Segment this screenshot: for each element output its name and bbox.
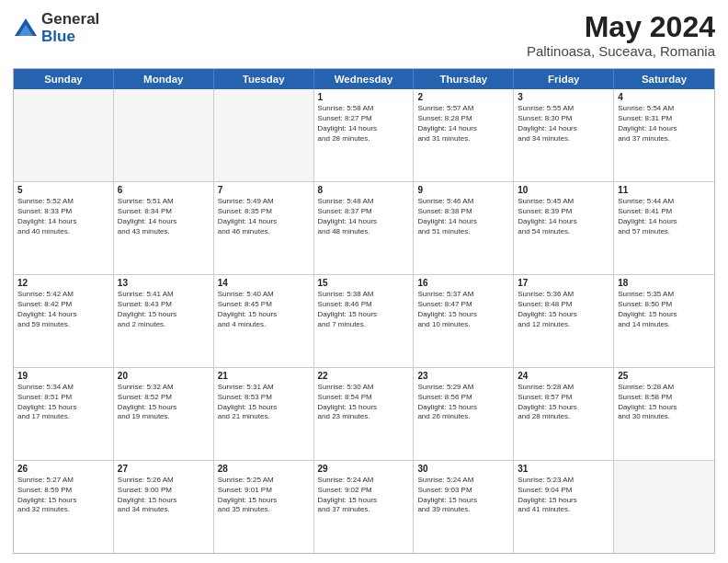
day-info: Sunrise: 5:48 AM Sunset: 8:37 PM Dayligh… [318,197,410,236]
day-number: 31 [518,464,609,474]
day-number: 30 [417,464,509,474]
calendar: SundayMondayTuesdayWednesdayThursdayFrid… [13,68,715,554]
calendar-cell: 3Sunrise: 5:55 AM Sunset: 8:30 PM Daylig… [514,89,614,181]
weekday-header: Monday [114,69,214,89]
day-number: 26 [17,464,109,474]
day-info: Sunrise: 5:36 AM Sunset: 8:48 PM Dayligh… [518,290,609,329]
day-info: Sunrise: 5:29 AM Sunset: 8:56 PM Dayligh… [417,383,509,422]
day-info: Sunrise: 5:55 AM Sunset: 8:30 PM Dayligh… [518,104,609,144]
day-info: Sunrise: 5:23 AM Sunset: 9:04 PM Dayligh… [518,476,609,515]
page: General Blue May 2024 Paltinoasa, Suceav… [0,0,728,563]
day-info: Sunrise: 5:30 AM Sunset: 8:54 PM Dayligh… [318,383,410,422]
day-info: Sunrise: 5:42 AM Sunset: 8:42 PM Dayligh… [17,290,109,329]
header: General Blue May 2024 Paltinoasa, Suceav… [13,11,715,59]
calendar-cell: 22Sunrise: 5:30 AM Sunset: 8:54 PM Dayli… [314,368,415,460]
day-info: Sunrise: 5:34 AM Sunset: 8:51 PM Dayligh… [17,383,109,422]
calendar-cell: 30Sunrise: 5:24 AM Sunset: 9:03 PM Dayli… [414,461,514,553]
day-info: Sunrise: 5:52 AM Sunset: 8:33 PM Dayligh… [17,197,109,236]
main-title: May 2024 [527,11,715,43]
day-number: 27 [118,464,210,474]
calendar-cell: 13Sunrise: 5:41 AM Sunset: 8:43 PM Dayli… [114,275,214,367]
calendar-cell: 9Sunrise: 5:46 AM Sunset: 8:38 PM Daylig… [414,182,514,274]
calendar-body: 1Sunrise: 5:58 AM Sunset: 8:27 PM Daylig… [14,89,714,553]
day-info: Sunrise: 5:58 AM Sunset: 8:27 PM Dayligh… [318,104,410,144]
day-info: Sunrise: 5:38 AM Sunset: 8:46 PM Dayligh… [318,290,410,329]
day-number: 2 [417,92,509,102]
calendar-cell: 8Sunrise: 5:48 AM Sunset: 8:37 PM Daylig… [314,182,415,274]
calendar-cell: 25Sunrise: 5:28 AM Sunset: 8:58 PM Dayli… [614,368,714,460]
calendar-cell: 4Sunrise: 5:54 AM Sunset: 8:31 PM Daylig… [614,89,714,181]
calendar-cell: 23Sunrise: 5:29 AM Sunset: 8:56 PM Dayli… [414,368,514,460]
calendar-cell: 19Sunrise: 5:34 AM Sunset: 8:51 PM Dayli… [14,368,114,460]
day-info: Sunrise: 5:26 AM Sunset: 9:00 PM Dayligh… [118,476,210,515]
calendar-cell: 1Sunrise: 5:58 AM Sunset: 8:27 PM Daylig… [314,89,415,181]
day-info: Sunrise: 5:27 AM Sunset: 8:59 PM Dayligh… [17,476,109,515]
day-number: 18 [618,278,711,288]
calendar-cell: 5Sunrise: 5:52 AM Sunset: 8:33 PM Daylig… [14,182,114,274]
calendar-cell: 18Sunrise: 5:35 AM Sunset: 8:50 PM Dayli… [614,275,714,367]
calendar-cell: 21Sunrise: 5:31 AM Sunset: 8:53 PM Dayli… [214,368,314,460]
day-number: 16 [417,278,509,288]
day-number: 13 [118,278,210,288]
calendar-cell: 28Sunrise: 5:25 AM Sunset: 9:01 PM Dayli… [214,461,314,553]
day-info: Sunrise: 5:49 AM Sunset: 8:35 PM Dayligh… [218,197,310,236]
day-number: 23 [417,371,509,381]
day-number: 11 [618,185,711,195]
day-number: 3 [518,92,609,102]
logo: General Blue [13,11,99,45]
calendar-cell: 29Sunrise: 5:24 AM Sunset: 9:02 PM Dayli… [314,461,415,553]
weekday-header: Thursday [414,69,514,89]
day-number: 29 [318,464,410,474]
day-info: Sunrise: 5:32 AM Sunset: 8:52 PM Dayligh… [118,383,210,422]
calendar-cell: 17Sunrise: 5:36 AM Sunset: 8:48 PM Dayli… [514,275,614,367]
calendar-cell: 7Sunrise: 5:49 AM Sunset: 8:35 PM Daylig… [214,182,314,274]
calendar-row: 5Sunrise: 5:52 AM Sunset: 8:33 PM Daylig… [14,182,714,275]
day-info: Sunrise: 5:24 AM Sunset: 9:02 PM Dayligh… [318,476,410,515]
day-info: Sunrise: 5:24 AM Sunset: 9:03 PM Dayligh… [417,476,509,515]
day-number: 24 [518,371,609,381]
day-number: 10 [518,185,609,195]
calendar-cell: 26Sunrise: 5:27 AM Sunset: 8:59 PM Dayli… [14,461,114,553]
calendar-cell [14,89,114,181]
calendar-cell: 16Sunrise: 5:37 AM Sunset: 8:47 PM Dayli… [414,275,514,367]
day-number: 19 [17,371,109,381]
calendar-cell: 27Sunrise: 5:26 AM Sunset: 9:00 PM Dayli… [114,461,214,553]
day-info: Sunrise: 5:35 AM Sunset: 8:50 PM Dayligh… [618,290,711,329]
logo-blue: Blue [41,29,99,46]
weekday-header: Sunday [14,69,114,89]
logo-text: General Blue [41,11,99,45]
subtitle: Paltinoasa, Suceava, Romania [527,43,715,59]
calendar-cell: 2Sunrise: 5:57 AM Sunset: 8:28 PM Daylig… [414,89,514,181]
day-number: 14 [218,278,310,288]
day-number: 28 [218,464,310,474]
calendar-row: 1Sunrise: 5:58 AM Sunset: 8:27 PM Daylig… [14,89,714,182]
day-number: 4 [618,92,711,102]
calendar-row: 19Sunrise: 5:34 AM Sunset: 8:51 PM Dayli… [14,368,714,461]
weekday-header: Wednesday [314,69,415,89]
calendar-cell: 15Sunrise: 5:38 AM Sunset: 8:46 PM Dayli… [314,275,415,367]
calendar-cell: 6Sunrise: 5:51 AM Sunset: 8:34 PM Daylig… [114,182,214,274]
day-info: Sunrise: 5:31 AM Sunset: 8:53 PM Dayligh… [218,383,310,422]
calendar-row: 26Sunrise: 5:27 AM Sunset: 8:59 PM Dayli… [14,461,714,553]
day-info: Sunrise: 5:28 AM Sunset: 8:57 PM Dayligh… [518,383,609,422]
weekday-header: Friday [514,69,614,89]
calendar-cell [214,89,314,181]
day-info: Sunrise: 5:54 AM Sunset: 8:31 PM Dayligh… [618,104,711,144]
calendar-cell: 31Sunrise: 5:23 AM Sunset: 9:04 PM Dayli… [514,461,614,553]
day-info: Sunrise: 5:44 AM Sunset: 8:41 PM Dayligh… [618,197,711,236]
day-number: 8 [318,185,410,195]
calendar-cell [614,461,714,553]
day-number: 1 [318,92,410,102]
day-number: 15 [318,278,410,288]
weekday-header: Saturday [614,69,714,89]
day-number: 25 [618,371,711,381]
calendar-cell: 10Sunrise: 5:45 AM Sunset: 8:39 PM Dayli… [514,182,614,274]
calendar-row: 12Sunrise: 5:42 AM Sunset: 8:42 PM Dayli… [14,275,714,368]
calendar-cell: 14Sunrise: 5:40 AM Sunset: 8:45 PM Dayli… [214,275,314,367]
calendar-header: SundayMondayTuesdayWednesdayThursdayFrid… [14,69,714,89]
logo-icon [13,16,39,41]
calendar-cell: 24Sunrise: 5:28 AM Sunset: 8:57 PM Dayli… [514,368,614,460]
calendar-cell [114,89,214,181]
day-number: 12 [17,278,109,288]
day-number: 7 [218,185,310,195]
